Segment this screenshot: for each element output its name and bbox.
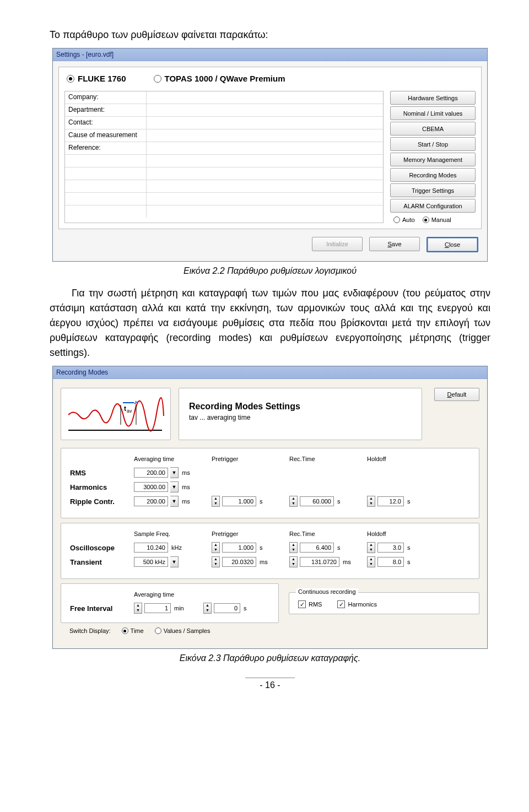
radio-dot-icon [423,216,429,223]
panel-title: Recording Modes Settings [189,402,412,412]
col-pretrigger: Pretrigger [212,530,286,537]
col-sample-freq: Sample Freq. [134,530,208,537]
trans-hold-input[interactable]: 8.0 [377,557,404,567]
radio-time[interactable]: Time [122,627,144,634]
nominal-limit-button[interactable]: Nominal / Limit values [390,106,476,120]
radio-topas-label: TOPAS 1000 / QWave Premium [165,74,285,83]
spinner-icon[interactable]: ▲▼ [289,542,298,553]
spinner-icon[interactable]: ▲▼ [212,556,220,567]
dropdown-icon[interactable]: ▼ [170,467,179,478]
mid-paragraph: Για την σωστή μέτρηση και καταγραφή των … [50,286,490,360]
save-button[interactable]: Save [369,237,420,251]
alarm-config-button[interactable]: ALARM Configuration [390,199,476,213]
free-sec-input[interactable]: 0 [214,603,240,613]
radio-manual[interactable]: Manual [423,216,451,223]
svg-text:t: t [124,405,126,413]
radio-dot-icon [67,75,74,83]
hardware-settings-button[interactable]: Hardware Settings [390,91,476,105]
trans-rec-input[interactable]: 131.0720 [300,557,339,567]
window-title: Recording Modes [56,366,108,378]
intro-text: Το παράθυρο των ρυθμίσεων φαίνεται παρακ… [50,28,490,42]
ripple-avg-input[interactable]: 200.00 [134,496,168,506]
trans-sf-input[interactable]: 500 kHz [134,557,168,567]
reference-field[interactable] [147,142,383,154]
section-free-interval: Averaging time Free Interval ▲▼1min ▲▼0s [61,583,279,623]
page-number: - 16 - [245,678,295,690]
col-holdoff: Holdoff [367,530,441,537]
cbema-button[interactable]: CBEMA [390,122,476,136]
osc-hold-input[interactable]: 3.0 [377,543,404,553]
spinner-icon[interactable]: ▲▼ [203,603,212,614]
settings-window: Settings - [euro.vdf] FLUKE 1760 TOPAS 1… [52,48,488,262]
settings-grid: Company: Department: Contact: Cause of m… [64,91,384,223]
settings-titlebar: Settings - [euro.vdf] [53,48,487,61]
ripple-hold-input[interactable]: 12.0 [377,496,404,506]
radio-dot-icon [393,216,400,223]
harm-avg-input[interactable]: 3000.00 [134,482,168,492]
close-button[interactable]: Close [427,237,478,252]
spinner-icon[interactable]: ▲▼ [289,496,298,507]
initialize-button[interactable]: Initialize [312,237,363,251]
spinner-icon[interactable]: ▲▼ [134,603,142,614]
trigger-settings-button[interactable]: Trigger Settings [390,183,476,197]
col-holdoff: Holdoff [367,456,441,462]
department-field[interactable] [147,104,383,116]
grid-label: Reference: [65,142,147,154]
recording-modes-button[interactable]: Recording Modes [390,168,476,182]
signal-preview: t av [61,388,171,440]
radio-fluke[interactable]: FLUKE 1760 [67,74,126,83]
ripple-rec-input[interactable]: 60.000 [300,496,334,506]
radio-fluke-label: FLUKE 1760 [78,74,126,83]
rms-avg-input[interactable]: 200.00 [134,468,168,478]
ripple-pre-input[interactable]: 1.000 [222,496,256,506]
trans-pre-input[interactable]: 20.0320 [222,557,256,567]
dropdown-icon[interactable]: ▼ [170,481,179,492]
panel-subtitle: tav ... averaging time [189,414,412,421]
section-oscilloscope: Sample Freq. Pretrigger Rec.Time Holdoff… [61,523,479,579]
osc-sf-input[interactable]: 10.240 [134,543,168,553]
grid-label: Cause of measurement [65,129,147,142]
row-transient: Transient [70,558,131,566]
memory-mgmt-button[interactable]: Memory Management [390,153,476,166]
osc-pre-input[interactable]: 1.000 [222,543,256,553]
continuous-legend: Continuous recording [296,588,358,595]
checkbox-harmonics[interactable]: ✓Harmonics [337,600,377,608]
check-icon: ✓ [337,600,345,608]
spinner-icon[interactable]: ▲▼ [367,496,375,507]
col-pretrigger: Pretrigger [212,456,286,462]
spinner-icon[interactable]: ▲▼ [289,556,298,567]
radio-dot-icon [122,627,128,634]
radio-topas[interactable]: TOPAS 1000 / QWave Premium [154,74,285,83]
radio-dot-icon [154,75,161,83]
check-icon: ✓ [298,600,306,608]
figure-caption-1: Εικόνα 2.2 Παράθυρο ρυθμίσεων λογισμικού [50,266,490,276]
radio-values-samples[interactable]: Values / Samples [155,627,210,634]
col-averaging: Averaging time [134,456,208,462]
radio-auto[interactable]: Auto [393,216,415,223]
start-stop-button[interactable]: Start / Stop [390,137,476,151]
svg-text:av: av [127,408,132,414]
recording-settings-title-panel: Recording Modes Settings tav ... averagi… [179,388,422,440]
row-harmonics: Harmonics [70,483,131,491]
row-rms: RMS [70,469,131,477]
company-field[interactable] [147,91,383,104]
spinner-icon[interactable]: ▲▼ [212,496,220,507]
dropdown-icon[interactable]: ▼ [170,556,179,567]
figure-caption-2: Εικόνα 2.3 Παράθυρο ρυθμίσεων καταγραφής… [50,653,490,663]
contact-field[interactable] [147,117,383,129]
dropdown-icon[interactable]: ▼ [170,496,179,507]
spinner-icon[interactable]: ▲▼ [367,542,375,553]
grid-label: Department: [65,104,147,116]
free-min-input[interactable]: 1 [144,603,171,613]
radio-dot-icon [155,627,161,634]
row-ripple: Ripple Contr. [70,497,131,506]
spinner-icon[interactable]: ▲▼ [367,556,375,567]
recording-modes-window: Recording Modes t av [52,366,488,649]
osc-rec-input[interactable]: 6.400 [300,543,334,553]
checkbox-rms[interactable]: ✓RMS [298,600,322,608]
cause-field[interactable] [147,129,383,142]
spinner-icon[interactable]: ▲▼ [212,542,220,553]
section-continuous: Continuous recording ✓RMS ✓Harmonics [289,592,479,614]
window-title: Settings - [euro.vdf] [56,48,114,61]
default-button[interactable]: Default [434,388,479,401]
